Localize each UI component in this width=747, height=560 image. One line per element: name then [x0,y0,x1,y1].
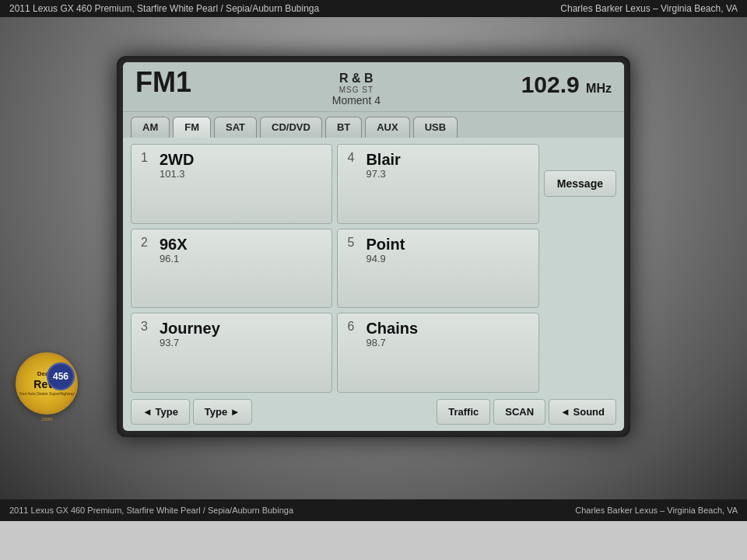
preset-4-number: 4 [347,151,359,165]
bottom-bar: 2011 Lexus GX 460 Premium, Starfire Whit… [0,499,747,521]
tab-bt[interactable]: BT [325,117,362,138]
preset-5-freq: 94.9 [366,253,405,264]
preset-1[interactable]: 1 2WD 101.3 [131,144,332,224]
traffic-button[interactable]: Traffic [437,399,490,425]
preset-2-freq: 96.1 [160,253,188,264]
photo-area: FM1 R & B MSG ST Moment 4 102.9 MHz AM F… [0,17,747,499]
preset-3-number: 3 [141,320,153,334]
preset-5-number: 5 [347,236,359,250]
source-label: FM1 [135,68,191,96]
tab-fm[interactable]: FM [173,117,211,138]
preset-1-freq: 101.3 [160,168,194,180]
preset-6-info: Chains 98.7 [366,320,418,348]
preset-3[interactable]: 3 Journey 93.7 [131,313,332,393]
genre-label: R & B [339,72,374,86]
moment-label: Moment 4 [332,94,381,107]
screen-header: FM1 R & B MSG ST Moment 4 102.9 MHz [123,62,624,112]
bottom-bar-left: 2011 Lexus GX 460 Premium, Starfire Whit… [9,506,293,515]
preset-4-info: Blair 97.3 [366,151,400,180]
preset-6[interactable]: 6 Chains 98.7 [337,313,538,393]
preset-6-freq: 98.7 [366,337,418,348]
tab-row: AM FM SAT CD/DVD BT AUX USB [123,112,624,138]
preset-2-number: 2 [141,236,153,250]
preset-5-info: Point 94.9 [366,236,405,264]
tab-sat[interactable]: SAT [214,117,257,138]
preset-3-name: Journey [160,320,220,337]
empty-cell-3 [544,313,616,393]
tagline-text: Your Auto Dealer SuperHighway [19,391,75,396]
preset-2-info: 96X 96.1 [160,236,188,264]
preset-2[interactable]: 2 96X 96.1 [131,229,332,309]
message-button[interactable]: Message [544,170,616,197]
infotainment-screen: FM1 R & B MSG ST Moment 4 102.9 MHz AM F… [123,62,624,431]
preset-3-info: Journey 93.7 [160,320,220,348]
preset-5[interactable]: 5 Point 94.9 [337,229,538,309]
top-bar: 2011 Lexus GX 460 Premium, Starfire Whit… [0,0,747,17]
tab-aux[interactable]: AUX [365,117,409,138]
top-bar-left: 2011 Lexus GX 460 Premium, Starfire Whit… [9,3,319,14]
preset-1-name: 2WD [160,151,194,168]
empty-cell-2 [544,229,616,309]
sound-button[interactable]: ◄ Sound [549,399,616,425]
bottom-bar-right: Charles Barker Lexus – Virginia Beach, V… [575,506,738,515]
tab-am[interactable]: AM [131,117,170,138]
preset-grid: 1 2WD 101.3 4 Blair 97.3 Message [123,138,624,399]
preset-3-freq: 93.7 [160,337,220,348]
tab-cddvd[interactable]: CD/DVD [260,117,322,138]
preset-5-name: Point [366,236,405,253]
preset-1-info: 2WD 101.3 [160,151,194,180]
preset-4-freq: 97.3 [366,168,400,180]
preset-2-name: 96X [160,236,188,253]
preset-4-name: Blair [366,151,400,168]
preset-1-number: 1 [141,151,153,165]
msg-st-label: MSG ST [339,86,374,94]
type-left-button[interactable]: ◄ Type [131,399,190,425]
top-bar-right: Charles Barker Lexus – Virginia Beach, V… [560,3,738,14]
header-center: R & B MSG ST Moment 4 [332,72,381,107]
type-right-button[interactable]: Type ► [193,399,252,425]
frequency-display: 102.9 MHz [521,72,612,98]
numbers-badge: 456 [47,362,75,390]
tab-usb[interactable]: USB [413,117,458,138]
scan-button[interactable]: SCAN [493,399,545,425]
preset-6-name: Chains [366,320,418,337]
bottom-button-row: ◄ Type Type ► Traffic SCAN ◄ Sound [123,399,624,431]
preset-4[interactable]: 4 Blair 97.3 [337,144,538,224]
preset-6-number: 6 [347,320,359,334]
com-text: .com [40,416,52,422]
screen-bezel: FM1 R & B MSG ST Moment 4 102.9 MHz AM F… [117,56,630,437]
